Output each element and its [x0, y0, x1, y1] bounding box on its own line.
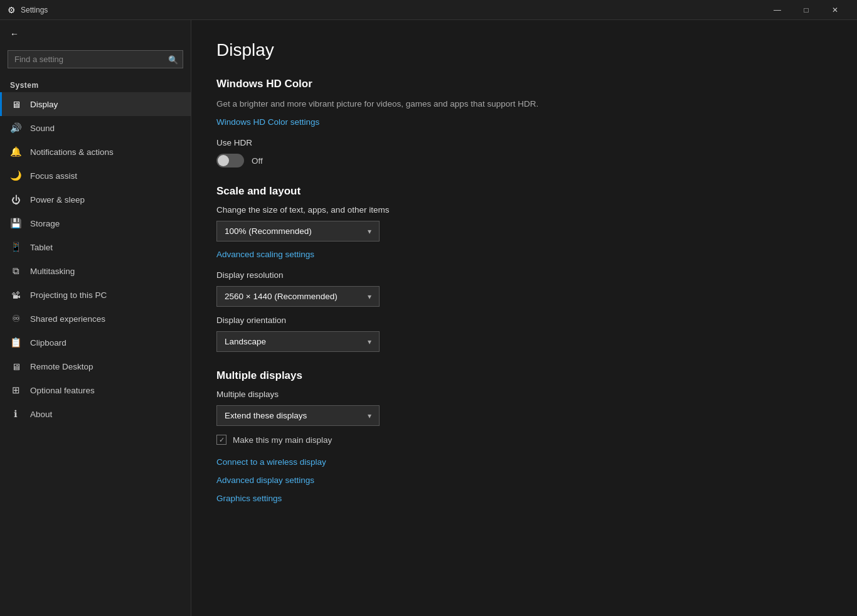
settings-icon: ⚙ [8, 5, 16, 15]
clipboard-icon: 📋 [10, 337, 21, 348]
toggle-knob [218, 155, 229, 166]
minimize-button[interactable]: — [763, 0, 792, 20]
sidebar-item-sound[interactable]: 🔊 Sound [0, 116, 191, 140]
multiple-displays-value: Extend these displays [225, 411, 307, 420]
sidebar-item-label: Tablet [30, 243, 53, 252]
sidebar-item-label: Remote Desktop [30, 362, 93, 371]
hdr-description: Get a brighter and more vibrant picture … [216, 98, 832, 110]
sidebar-item-label: About [30, 410, 52, 419]
multiple-displays-section: Multiple displays Multiple displays Exte… [216, 369, 832, 503]
search-icon: 🔍 [168, 55, 178, 64]
sidebar-item-label: Power & sleep [30, 195, 85, 204]
main-content: Display Windows HD Color Get a brighter … [191, 20, 857, 616]
scale-label: Change the size of text, apps, and other… [216, 205, 832, 215]
main-display-label: Make this my main display [233, 435, 332, 445]
hdr-section-title: Windows HD Color [216, 78, 832, 90]
chevron-down-icon: ▾ [368, 227, 371, 236]
sidebar-item-label: Clipboard [30, 338, 67, 348]
sidebar-item-projecting[interactable]: 📽 Projecting to this PC [0, 283, 191, 307]
sound-icon: 🔊 [10, 122, 21, 134]
focus-icon: 🌙 [10, 170, 21, 181]
search-container: 🔍 [8, 50, 183, 68]
sidebar-item-multitasking[interactable]: ⧉ Multitasking [0, 259, 191, 283]
sidebar-item-focus[interactable]: 🌙 Focus assist [0, 164, 191, 188]
maximize-button[interactable]: □ [792, 0, 821, 20]
advanced-display-link[interactable]: Advanced display settings [216, 475, 832, 485]
sidebar-section-label: System [0, 76, 191, 92]
titlebar-left: ⚙ Settings [8, 5, 48, 15]
main-display-checkbox[interactable]: ✓ [216, 435, 226, 445]
sidebar-item-remote[interactable]: 🖥 Remote Desktop [0, 354, 191, 378]
sidebar-item-notifications[interactable]: 🔔 Notifications & actions [0, 140, 191, 164]
orientation-dropdown[interactable]: Landscape ▾ [216, 331, 380, 352]
hdr-toggle-label: Off [252, 156, 263, 166]
wireless-display-link[interactable]: Connect to a wireless display [216, 457, 832, 467]
titlebar: ⚙ Settings — □ ✕ [0, 0, 857, 20]
hdr-section: Windows HD Color Get a brighter and more… [216, 78, 832, 167]
chevron-down-icon-2: ▾ [368, 292, 371, 301]
graphics-settings-link[interactable]: Graphics settings [216, 494, 832, 503]
sidebar-item-label: Focus assist [30, 171, 77, 181]
remote-icon: 🖥 [10, 361, 21, 372]
multiple-displays-title: Multiple displays [216, 369, 832, 382]
main-display-row: ✓ Make this my main display [216, 435, 832, 445]
sidebar-item-display[interactable]: 🖥 Display [0, 92, 191, 116]
hdr-settings-link[interactable]: Windows HD Color settings [216, 117, 319, 127]
back-button[interactable]: ← [0, 20, 191, 48]
projecting-icon: 📽 [10, 289, 21, 300]
chevron-down-icon-3: ▾ [368, 337, 371, 346]
sidebar-item-clipboard[interactable]: 📋 Clipboard [0, 331, 191, 354]
sidebar-item-label: Multitasking [30, 267, 75, 276]
sidebar-item-label: Optional features [30, 386, 95, 395]
sidebar-item-tablet[interactable]: 📱 Tablet [0, 235, 191, 259]
storage-icon: 💾 [10, 218, 21, 229]
check-icon: ✓ [219, 436, 225, 444]
sidebar-item-power[interactable]: ⏻ Power & sleep [0, 188, 191, 211]
sidebar-item-label: Projecting to this PC [30, 290, 107, 300]
multiple-displays-dropdown[interactable]: Extend these displays ▾ [216, 405, 380, 426]
orientation-value: Landscape [225, 337, 266, 346]
tablet-icon: 📱 [10, 242, 21, 253]
sidebar-item-label: Display [30, 100, 58, 109]
optional-icon: ⊞ [10, 385, 21, 396]
scale-dropdown[interactable]: 100% (Recommended) ▾ [216, 221, 380, 242]
chevron-down-icon-4: ▾ [368, 412, 371, 420]
display-links: Connect to a wireless display Advanced d… [216, 457, 832, 503]
sidebar-items-container: 🖥 Display 🔊 Sound 🔔 Notifications & acti… [0, 92, 191, 426]
titlebar-controls: — □ ✕ [763, 0, 849, 20]
hdr-toggle[interactable] [216, 154, 244, 167]
multiple-displays-label: Multiple displays [216, 390, 832, 399]
sidebar: ← 🔍 System 🖥 Display 🔊 Sound 🔔 Notificat… [0, 20, 191, 616]
app-container: ← 🔍 System 🖥 Display 🔊 Sound 🔔 Notificat… [0, 20, 857, 616]
resolution-label: Display resolution [216, 270, 832, 280]
orientation-label: Display orientation [216, 316, 832, 325]
back-icon: ← [10, 29, 19, 39]
multitasking-icon: ⧉ [10, 265, 21, 277]
shared-icon: ♾ [10, 313, 21, 324]
hdr-label: Use HDR [216, 138, 832, 147]
sidebar-item-label: Shared experiences [30, 314, 105, 324]
sidebar-item-label: Notifications & actions [30, 147, 114, 157]
sidebar-item-optional[interactable]: ⊞ Optional features [0, 378, 191, 402]
advanced-scaling-link[interactable]: Advanced scaling settings [216, 250, 314, 259]
scale-section-title: Scale and layout [216, 185, 832, 198]
display-icon: 🖥 [10, 98, 21, 110]
resolution-value: 2560 × 1440 (Recommended) [225, 292, 338, 301]
titlebar-title: Settings [21, 6, 48, 14]
power-icon: ⏻ [10, 194, 21, 205]
resolution-dropdown[interactable]: 2560 × 1440 (Recommended) ▾ [216, 286, 380, 307]
sidebar-item-about[interactable]: ℹ About [0, 402, 191, 426]
hdr-toggle-row: Off [216, 154, 832, 167]
scale-section: Scale and layout Change the size of text… [216, 185, 832, 352]
notifications-icon: 🔔 [10, 146, 21, 157]
search-input[interactable] [8, 50, 183, 68]
page-title: Display [216, 40, 832, 60]
scale-value: 100% (Recommended) [225, 226, 312, 236]
sidebar-item-shared[interactable]: ♾ Shared experiences [0, 307, 191, 331]
sidebar-item-storage[interactable]: 💾 Storage [0, 211, 191, 235]
sidebar-item-label: Storage [30, 219, 60, 228]
close-button[interactable]: ✕ [821, 0, 849, 20]
about-icon: ℹ [10, 408, 21, 420]
sidebar-item-label: Sound [30, 124, 55, 133]
